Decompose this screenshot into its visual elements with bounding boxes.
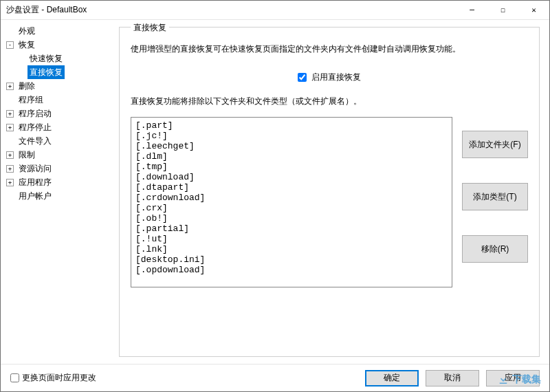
- tree-item-file-migration[interactable]: 文件导入: [3, 134, 109, 148]
- tree-item-immediate-recovery[interactable]: 直接恢复: [3, 65, 109, 79]
- tree-item-program-start[interactable]: +程序启动: [3, 107, 109, 120]
- immediate-recovery-group: 直接恢复 使用增强型的直接恢复可在快速恢复页面指定的文件夹内有文件创建时自动调用…: [119, 27, 540, 357]
- dialog-window: 沙盘设置 - DefaultBox ─ ☐ ✕ 外观 -恢复 快速恢复 直接恢复…: [0, 0, 550, 392]
- apply-on-page-change-label: 更换页面时应用更改: [22, 372, 96, 384]
- footer-buttons: 确定 取消 应用: [365, 370, 540, 386]
- enable-immediate-recovery-checkbox[interactable]: [298, 73, 307, 82]
- tree-item-delete[interactable]: +删除: [3, 79, 109, 93]
- apply-on-page-change-checkbox[interactable]: [10, 373, 19, 382]
- exclusion-description: 直接恢复功能将排除以下文件夹和文件类型（或文件扩展名）。: [131, 96, 528, 107]
- add-type-button[interactable]: 添加类型(T): [462, 183, 528, 210]
- group-title: 直接恢复: [131, 22, 169, 34]
- tree-item-applications[interactable]: +应用程序: [3, 175, 109, 189]
- tree-item-resource-access[interactable]: +资源访问: [3, 162, 109, 175]
- tree-item-appearance[interactable]: 外观: [3, 24, 109, 38]
- tree-item-recovery[interactable]: -恢复: [3, 38, 109, 52]
- ok-button[interactable]: 确定: [365, 370, 419, 386]
- minimize-button[interactable]: ─: [456, 1, 487, 20]
- list-area: [.part] [.jc!] [.leechget] [.dlm] [.tmp]…: [131, 117, 528, 287]
- tree-item-program-groups[interactable]: 程序组: [3, 93, 109, 107]
- expand-icon[interactable]: +: [6, 110, 14, 118]
- expand-icon[interactable]: +: [6, 179, 14, 186]
- enable-row: 启用直接恢复: [131, 72, 528, 83]
- dialog-body: 外观 -恢复 快速恢复 直接恢复 +删除 程序组 +程序启动 +程序停止 文件导…: [1, 20, 549, 364]
- close-button[interactable]: ✕: [518, 1, 549, 20]
- description-text: 使用增强型的直接恢复可在快速恢复页面指定的文件夹内有文件创建时自动调用恢复功能。: [131, 43, 528, 55]
- window-title: 沙盘设置 - DefaultBox: [6, 4, 456, 16]
- expand-icon[interactable]: +: [6, 165, 14, 173]
- enable-immediate-recovery-label[interactable]: 启用直接恢复: [298, 72, 361, 82]
- tree-item-restrictions[interactable]: +限制: [3, 148, 109, 162]
- maximize-button[interactable]: ☐: [487, 1, 518, 20]
- dialog-footer: 更换页面时应用更改 确定 取消 应用: [1, 364, 549, 391]
- expand-icon[interactable]: +: [6, 124, 14, 131]
- apply-button[interactable]: 应用: [486, 370, 540, 386]
- tree-item-program-stop[interactable]: +程序停止: [3, 120, 109, 134]
- expand-icon[interactable]: +: [6, 83, 14, 90]
- add-folder-button[interactable]: 添加文件夹(F): [462, 131, 528, 158]
- tree-item-quick-recovery[interactable]: 快速恢复: [3, 52, 109, 65]
- titlebar: 沙盘设置 - DefaultBox ─ ☐ ✕: [1, 1, 549, 20]
- collapse-icon[interactable]: -: [6, 41, 14, 49]
- side-buttons: 添加文件夹(F) 添加类型(T) 移除(R): [462, 117, 528, 287]
- content-panel: 直接恢复 使用增强型的直接恢复可在快速恢复页面指定的文件夹内有文件创建时自动调用…: [109, 20, 549, 364]
- expand-icon[interactable]: +: [6, 151, 14, 159]
- exclusion-listbox[interactable]: [.part] [.jc!] [.leechget] [.dlm] [.tmp]…: [131, 117, 452, 287]
- footer-left: 更换页面时应用更改: [10, 372, 96, 384]
- settings-tree: 外观 -恢复 快速恢复 直接恢复 +删除 程序组 +程序启动 +程序停止 文件导…: [1, 20, 109, 364]
- tree-item-user-accounts[interactable]: 用户帐户: [3, 189, 109, 203]
- remove-button[interactable]: 移除(R): [462, 235, 528, 263]
- cancel-button[interactable]: 取消: [426, 370, 479, 386]
- titlebar-controls: ─ ☐ ✕: [456, 1, 549, 20]
